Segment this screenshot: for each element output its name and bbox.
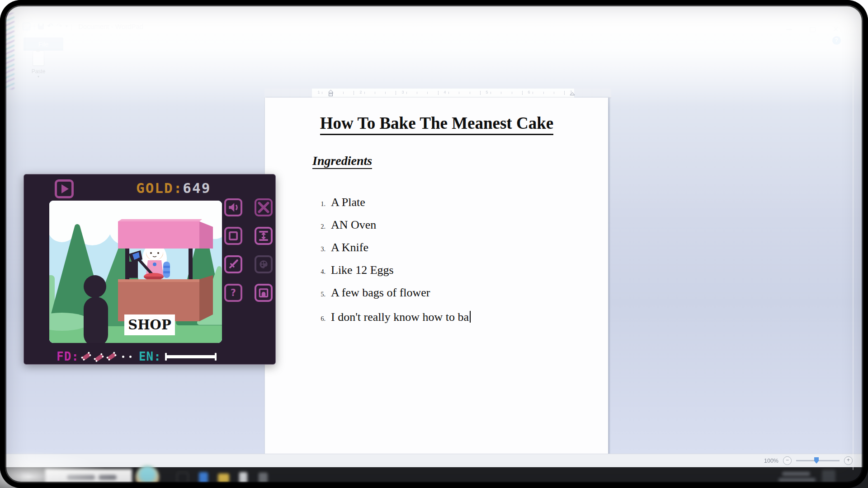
window-title: Document - WordPad <box>78 23 143 30</box>
fit-height-icon <box>258 230 269 242</box>
square-icon <box>227 230 239 242</box>
tray-date-blur <box>778 478 816 482</box>
ruler: 1 2 3 4 5 6 7 <box>264 89 611 98</box>
text-cursor <box>470 311 471 323</box>
section-heading: Ingredients <box>312 154 372 169</box>
food-empty-dot <box>122 356 124 358</box>
close-button[interactable]: ✕ <box>830 25 842 33</box>
quick-access-toolbar: | ↶ ↷ ▾ | Document - WordPad <box>23 21 143 32</box>
zoom-widget: 100% − + <box>764 456 853 465</box>
paste-clipboard-icon <box>33 51 44 66</box>
status-bar: 100% − + <box>0 454 868 468</box>
list-item: 3. A Knife <box>316 241 471 256</box>
start-button[interactable] <box>22 473 30 481</box>
taskbar-search-input[interactable] <box>45 469 132 486</box>
play-button[interactable] <box>55 179 74 198</box>
game-viewport[interactable]: SHOP <box>49 201 222 343</box>
play-icon <box>61 184 69 193</box>
help-button[interactable]: ? <box>832 36 841 45</box>
energy-label: EN: <box>139 350 161 363</box>
undo-icon[interactable]: ↶ <box>47 23 53 29</box>
taskbar-app-yellow[interactable] <box>213 468 233 488</box>
zoom-out-button[interactable]: − <box>783 456 792 465</box>
screen: | ↶ ↷ ▾ | Document - WordPad ✕ ? File Pa… <box>0 0 868 488</box>
bezel-reflection-streaks <box>2 13 14 89</box>
volume-button[interactable] <box>224 198 242 216</box>
restore-button[interactable] <box>807 25 818 33</box>
qat-dropdown-icon[interactable]: ▾ <box>66 24 68 28</box>
paste-button[interactable]: Paste ▾ <box>26 51 51 84</box>
question-mark-icon: ? <box>227 287 239 299</box>
active-app-indicator <box>253 484 279 486</box>
window-mode-button[interactable] <box>224 227 242 245</box>
shop-stall-button[interactable] <box>255 284 273 302</box>
svg-text:?: ? <box>231 287 236 298</box>
cortana-orb-icon[interactable] <box>136 465 159 488</box>
separator: | <box>33 23 35 30</box>
food-label: FD: <box>57 350 79 363</box>
zoom-in-button[interactable]: + <box>844 456 853 465</box>
sword-icon <box>227 258 239 270</box>
zoom-slider-thumb[interactable] <box>814 457 819 464</box>
close-game-button[interactable] <box>255 198 273 216</box>
close-x-icon <box>258 202 269 213</box>
help-game-button[interactable]: ? <box>224 284 242 302</box>
tray-icon[interactable] <box>822 470 835 483</box>
indent-marker-left[interactable] <box>328 89 333 97</box>
wordpad-app-icon <box>23 23 30 30</box>
list-item: 2. AN Oven <box>316 219 471 233</box>
minimize-button[interactable] <box>783 25 795 33</box>
shop-sign: SHOP <box>124 314 175 335</box>
ruler-left-margin <box>264 89 312 98</box>
ingredient-list: 1. A Plate 2. AN Oven 3. A Knife 4. Like… <box>316 196 471 333</box>
palette-button-disabled[interactable] <box>255 255 273 273</box>
taskbar-app-light[interactable] <box>233 468 253 488</box>
food-icon <box>81 352 92 361</box>
zoom-slider[interactable] <box>796 460 840 461</box>
palette-icon <box>258 258 269 270</box>
tab-file[interactable]: File <box>24 38 63 51</box>
bezel-highlight <box>853 72 854 470</box>
redo-icon[interactable]: ↷ <box>57 23 62 29</box>
gold-counter: GOLD:649 <box>136 180 211 196</box>
separator: | <box>71 23 72 30</box>
food-empty-dot <box>129 356 132 358</box>
energy-bar <box>165 353 217 361</box>
ruler-ticks <box>312 89 574 98</box>
save-icon[interactable] <box>38 23 44 29</box>
list-item: 1. A Plate <box>316 196 471 211</box>
speaker-icon <box>227 202 239 213</box>
document-page[interactable]: How To Bake The Meanest Cake Ingredients… <box>264 98 609 455</box>
list-item: 5. A few bags of flower <box>316 286 471 301</box>
ruler-right-margin <box>574 89 611 98</box>
game-status-row: FD: EN: <box>57 349 217 364</box>
game-window: GOLD:649 <box>24 174 276 365</box>
document-title: How To Bake The Meanest Cake <box>320 114 553 135</box>
taskbar-app-blue[interactable] <box>193 468 213 488</box>
list-item: 4. Like 12 Eggs <box>316 264 471 278</box>
food-icon <box>94 353 104 363</box>
task-view-button[interactable] <box>173 468 193 488</box>
zoom-level: 100% <box>764 458 778 464</box>
person-silhouette <box>84 275 108 343</box>
paste-dropdown-icon: ▾ <box>38 75 39 79</box>
weapon-button[interactable] <box>224 255 242 273</box>
list-item: 6. I don't really know how to ba <box>316 309 471 325</box>
fit-height-button[interactable] <box>255 227 273 245</box>
indent-marker-right[interactable] <box>570 92 575 96</box>
taskbar <box>0 467 868 488</box>
food-icon <box>106 352 117 361</box>
window-controls: ✕ <box>783 25 842 33</box>
tray-clock-blur <box>782 472 810 476</box>
shop-stall-icon <box>258 287 269 299</box>
